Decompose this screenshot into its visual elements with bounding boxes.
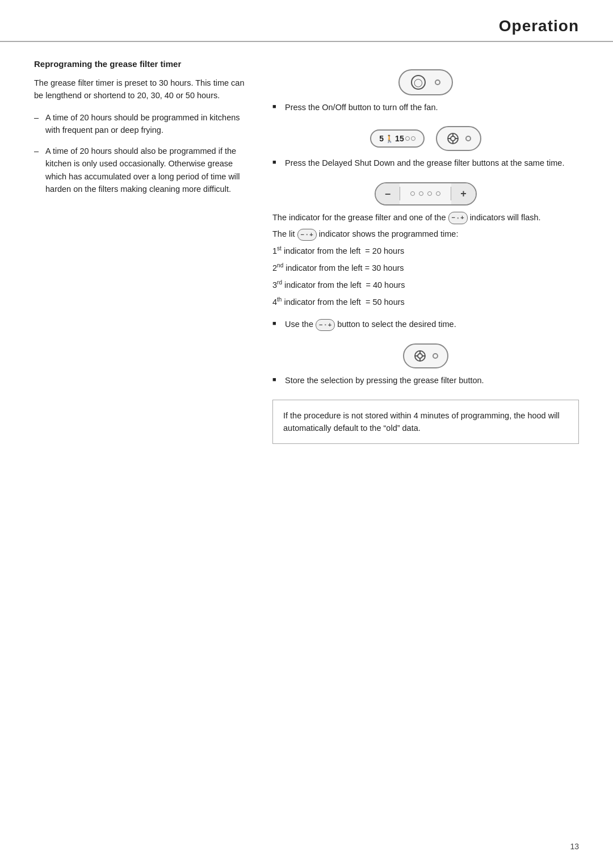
- indicator-section: The indicator for the grease filter and …: [272, 211, 579, 309]
- timer-button-diagram: 5 🚶 15: [370, 129, 424, 148]
- indicator-intro-text: The indicator for the grease filter and …: [272, 211, 579, 224]
- dot-indicator-2: [465, 136, 471, 141]
- indicator-row-1: 1st indicator from the left = 20 hours: [272, 244, 579, 258]
- diagram-timer-filter: 5 🚶 15: [272, 126, 579, 151]
- indicator-row-3: 3rd indicator from the left = 40 hours: [272, 278, 579, 292]
- dot-b: [419, 191, 423, 196]
- main-content: Reprograming the grease filter timer The…: [0, 59, 613, 444]
- step-2: Press the Delayed Shut Down and the grea…: [272, 157, 579, 169]
- plus-label: +: [451, 183, 476, 204]
- filter-button-diagram-2: [403, 343, 448, 368]
- onoff-button-diagram: ◯: [398, 69, 453, 95]
- dot-c: [427, 191, 432, 196]
- dots-container: [400, 187, 451, 200]
- step-3: Use the − ▪ + button to select the desir…: [272, 318, 579, 331]
- person-icon: 🚶: [385, 135, 394, 143]
- timer-number-15: 15: [395, 134, 404, 143]
- diagram-onoff: ◯: [272, 69, 579, 95]
- step4-text: Store the selection by pressing the grea…: [272, 374, 579, 387]
- page-title: Operation: [499, 17, 579, 35]
- dot1: [405, 136, 410, 141]
- minus-label: –: [376, 183, 400, 204]
- dot-d: [436, 191, 440, 196]
- page: Operation Reprograming the grease filter…: [0, 0, 613, 868]
- inline-minus-plus-icon-3: − ▪ +: [316, 319, 335, 331]
- svg-point-7: [418, 354, 422, 358]
- indicator-row-4: 4th indicator from the left = 50 hours: [272, 295, 579, 309]
- filter-button-diagram: [436, 126, 481, 151]
- filter-icon: [446, 132, 460, 145]
- step-4: Store the selection by pressing the grea…: [272, 374, 579, 387]
- power-icon: ◯: [411, 75, 426, 90]
- step-1: Press the On/Off button to turn off the …: [272, 101, 579, 114]
- dot-a: [410, 191, 415, 196]
- dot-indicator-3: [433, 353, 438, 359]
- diagram-minus-plus: – +: [272, 182, 579, 206]
- info-box: If the procedure is not stored within 4 …: [272, 400, 579, 445]
- list-item: A time of 20 hours should be programmed …: [34, 111, 250, 137]
- section-title: Reprograming the grease filter timer: [34, 59, 250, 69]
- right-column: ◯ Press the On/Off button to turn off th…: [272, 59, 579, 444]
- step1-text: Press the On/Off button to turn off the …: [272, 101, 579, 114]
- svg-point-1: [451, 136, 455, 141]
- diagram-filter-only: [272, 343, 579, 368]
- info-box-text: If the procedure is not stored within 4 …: [283, 411, 560, 433]
- page-header: Operation: [0, 0, 613, 42]
- bullet-list: A time of 20 hours should be programmed …: [34, 111, 250, 196]
- filter-icon-2: [413, 349, 427, 363]
- dot2: [411, 136, 415, 141]
- indicator-lit-text: The lit − ▪ + indicator shows the progra…: [272, 228, 579, 241]
- step3-text: Use the − ▪ + button to select the desir…: [272, 318, 579, 331]
- left-column: Reprograming the grease filter timer The…: [34, 59, 250, 444]
- list-item: A time of 20 hours should also be progra…: [34, 145, 250, 196]
- minus-plus-button-diagram: – +: [375, 182, 477, 206]
- page-number: 13: [570, 842, 579, 851]
- inline-minus-plus-icon-2: − ▪ +: [297, 229, 317, 241]
- dot-indicator: [435, 79, 440, 85]
- step2-text: Press the Delayed Shut Down and the grea…: [272, 157, 579, 169]
- intro-text: The grease filter timer is preset to 30 …: [34, 77, 250, 102]
- indicator-row-2: 2nd indicator from the left = 30 hours: [272, 261, 579, 275]
- inline-minus-plus-icon-1: − ▪ +: [448, 212, 468, 224]
- timer-number-5: 5: [379, 134, 384, 143]
